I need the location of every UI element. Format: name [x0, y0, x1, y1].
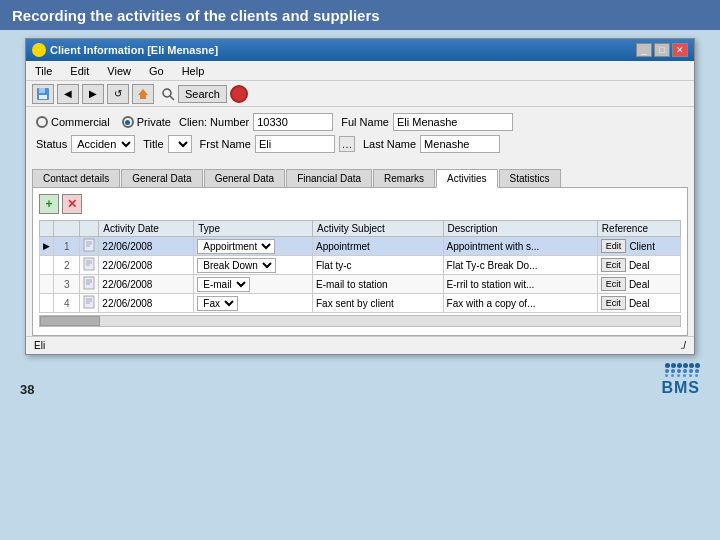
bms-dot	[695, 363, 700, 368]
radio-commercial[interactable]: Commercial	[36, 116, 110, 128]
minimize-button[interactable]: _	[636, 43, 652, 57]
row-type[interactable]: Appoirtment	[194, 237, 313, 256]
col-type: Type	[194, 221, 313, 237]
edit-button[interactable]: Edit	[601, 239, 627, 253]
menu-go[interactable]: Go	[146, 64, 167, 78]
tab-financial-data[interactable]: Financial Data	[286, 169, 372, 187]
status-left: Eli	[34, 340, 45, 351]
edit-button[interactable]: Ecit	[601, 258, 626, 272]
tab-activities[interactable]: Activities	[436, 169, 497, 188]
window-titlebar: Client Information [Eli Menasne] _ □ ✕	[26, 39, 694, 61]
type-select[interactable]: Appoirtment	[197, 239, 275, 254]
bms-dot	[689, 363, 694, 368]
row-subject: Appointrmet	[312, 237, 443, 256]
svg-rect-14	[84, 277, 94, 289]
delete-activity-button[interactable]: ✕	[62, 194, 82, 214]
row-type[interactable]: E-mail	[194, 275, 313, 294]
bottom-area: 38 BMS	[8, 355, 712, 401]
horizontal-scrollbar[interactable]	[39, 315, 681, 327]
form-area: Commercial Private Clien: Number Ful Nam…	[26, 107, 694, 163]
form-row-2: Status Acciden Title Frst Name …	[36, 135, 684, 153]
row-subject: Flat ty-c	[312, 256, 443, 275]
reference-value: Client	[629, 241, 655, 252]
col-reference: Reference	[597, 221, 680, 237]
type-select[interactable]: E-mail	[197, 277, 250, 292]
col-subject: Activity Subject	[312, 221, 443, 237]
search-area: Search	[161, 85, 227, 103]
row-subject: E-mail to station	[312, 275, 443, 294]
edit-button[interactable]: Ecit	[601, 296, 626, 310]
table-row[interactable]: 2 22/06/2008 Break Down Flat ty-c Flat T…	[40, 256, 681, 275]
tab-general-data-2[interactable]: General Data	[204, 169, 285, 187]
forward-button[interactable]: ▶	[82, 84, 104, 104]
tab-general-data-1[interactable]: General Data	[121, 169, 202, 187]
menu-tile[interactable]: Tile	[32, 64, 55, 78]
bms-dot	[671, 363, 676, 368]
tab-remarks[interactable]: Remarks	[373, 169, 435, 187]
status-bar: Eli ./	[26, 336, 694, 354]
row-indicator	[40, 275, 54, 294]
back-button[interactable]: ◀	[57, 84, 79, 104]
edit-button[interactable]: Ecit	[601, 277, 626, 291]
row-type[interactable]: Break Down	[194, 256, 313, 275]
main-area: Client Information [Eli Menasne] _ □ ✕ T…	[0, 30, 720, 409]
status-select[interactable]: Acciden	[71, 135, 135, 153]
row-number: 1	[54, 237, 80, 256]
maximize-button[interactable]: □	[654, 43, 670, 57]
col-date: Activity Date	[99, 221, 194, 237]
menu-view[interactable]: View	[104, 64, 134, 78]
tab-contact-details[interactable]: Contact details	[32, 169, 120, 187]
table-row[interactable]: 4 22/06/2008 Fax Fax sent by client Fax …	[40, 294, 681, 313]
close-button[interactable]: ✕	[672, 43, 688, 57]
title-field: Title	[143, 135, 191, 153]
page-header: Recording the activities of the clients …	[0, 0, 720, 30]
last-name-input[interactable]	[420, 135, 500, 153]
scroll-thumb[interactable]	[40, 316, 100, 326]
clien-number-input[interactable]	[253, 113, 333, 131]
full-name-input[interactable]	[393, 113, 513, 131]
clien-number-field: Clien: Number	[179, 113, 333, 131]
reference-value: Deal	[629, 260, 650, 271]
add-activity-button[interactable]: +	[39, 194, 59, 214]
first-name-input[interactable]	[255, 135, 335, 153]
stop-button[interactable]	[230, 85, 248, 103]
bms-dot	[683, 374, 686, 377]
type-select[interactable]: Fax	[197, 296, 238, 311]
radio-group: Commercial Private	[36, 116, 171, 128]
row-description: E-rril to station wit...	[443, 275, 597, 294]
svg-rect-18	[84, 296, 94, 308]
first-name-browse-button[interactable]: …	[339, 136, 355, 152]
row-date: 22/06/2008	[99, 256, 194, 275]
row-description: Appointment with s...	[443, 237, 597, 256]
full-name-field: Ful Name	[341, 113, 513, 131]
header-title: Recording the activities of the clients …	[12, 7, 380, 24]
menu-help[interactable]: Help	[179, 64, 208, 78]
form-row-1: Commercial Private Clien: Number Ful Nam…	[36, 113, 684, 131]
row-indicator	[40, 256, 54, 275]
table-row[interactable]: ▶ 1 22/06/2008 Appoirtment Appointrmet A…	[40, 237, 681, 256]
row-reference: Ecit Deal	[597, 275, 680, 294]
bms-dot	[671, 369, 675, 373]
bms-dot	[677, 363, 682, 368]
radio-private[interactable]: Private	[122, 116, 171, 128]
svg-marker-3	[138, 89, 148, 99]
row-type[interactable]: Fax	[194, 294, 313, 313]
page-number: 38	[20, 382, 34, 397]
row-description: Flat Ty-c Break Do...	[443, 256, 597, 275]
menu-edit[interactable]: Edit	[67, 64, 92, 78]
title-select[interactable]	[168, 135, 192, 153]
activities-table: Activity Date Type Activity Subject Desc…	[39, 220, 681, 313]
refresh-button[interactable]: ↺	[107, 84, 129, 104]
svg-rect-1	[39, 88, 45, 93]
bms-dot	[695, 374, 698, 377]
col-icon	[80, 221, 99, 237]
save-button[interactable]	[32, 84, 54, 104]
type-select[interactable]: Break Down	[197, 258, 276, 273]
search-button[interactable]: Search	[178, 85, 227, 103]
tab-statistics[interactable]: Statistics	[499, 169, 561, 187]
window-controls: _ □ ✕	[636, 43, 688, 57]
table-row[interactable]: 3 22/06/2008 E-mail E-mail to station E-…	[40, 275, 681, 294]
bms-logo: BMS	[661, 363, 700, 397]
tabs-row: Contact details General Data General Dat…	[26, 169, 694, 187]
home-button[interactable]	[132, 84, 154, 104]
